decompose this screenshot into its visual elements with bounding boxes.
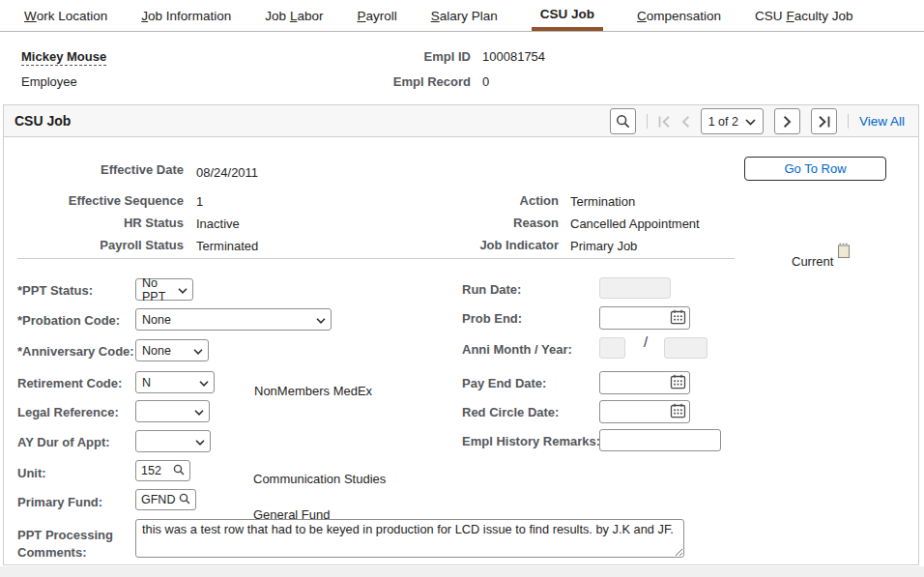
tab-label: ob Information (148, 9, 231, 23)
unit-input[interactable]: 152 (135, 460, 190, 481)
tab-label: alary Plan (440, 9, 498, 23)
tab-job-information[interactable]: Job Information (141, 0, 231, 31)
unit-description: Communication Studies (253, 472, 386, 486)
first-row-icon (658, 116, 671, 128)
anniversary-code-value: None (142, 344, 171, 358)
anniversary-code-select[interactable]: None (135, 339, 209, 361)
lookup-icon[interactable] (179, 493, 190, 507)
tab-csu-job[interactable]: CSU Job (532, 0, 603, 31)
probation-code-value: None (142, 313, 171, 327)
row-position-value: 1 of 2 (708, 115, 738, 129)
effective-sequence-label: Effective Sequence (17, 193, 184, 208)
tab-label: L (290, 9, 298, 23)
run-date-label: Run Date: (462, 282, 521, 297)
red-circle-date-label: Red Circle Date: (462, 405, 559, 419)
action-value: Termination (570, 194, 635, 209)
reason-value: Cancelled Appointment (570, 216, 700, 231)
tab-label: S (431, 9, 440, 23)
unit-value: 152 (141, 464, 161, 477)
legal-reference-select[interactable] (135, 400, 210, 422)
calendar-icon[interactable] (670, 309, 686, 328)
ppt-status-value: No PPT (142, 276, 178, 303)
page-bottom-strip (0, 566, 924, 577)
tab-label: abor (297, 9, 323, 23)
reason-label: Reason (462, 216, 559, 230)
pay-end-date-label: Pay End Date: (462, 376, 546, 390)
action-label: Action (462, 193, 559, 208)
empl-history-remarks-label: Empl History Remarks: (462, 434, 600, 448)
empl-id-label: Empl ID (367, 49, 471, 64)
row-position-select[interactable]: 1 of 2 (701, 108, 764, 134)
anni-month-year-label: Anni Month / Year: (462, 342, 572, 357)
payroll-status-value: Terminated (196, 239, 258, 253)
probation-code-select[interactable]: None (135, 308, 332, 331)
tab-label: ayroll (365, 9, 396, 23)
employee-name-link[interactable]: Mickey Mouse (21, 49, 106, 66)
empl-record-label: Empl Record (367, 74, 471, 89)
effective-date-value: 08/24/2011 (196, 165, 258, 180)
lookup-icon[interactable] (173, 464, 185, 478)
chevron-down-icon (178, 283, 188, 297)
probation-code-label: *Probation Code: (17, 313, 120, 328)
retirement-code-select[interactable]: N (135, 371, 215, 393)
anniversary-code-label: *Anniversary Code: (17, 344, 134, 359)
ppt-processing-comments-textarea[interactable]: this was a test row that had to be keyed… (135, 519, 684, 558)
tab-label: CSU Job (540, 7, 594, 21)
empl-history-remarks-input[interactable] (599, 429, 721, 451)
chevron-down-icon (194, 405, 204, 418)
tab-payroll[interactable]: Payroll (357, 0, 396, 31)
tab-label: aculty Job (794, 9, 853, 23)
primary-fund-input[interactable]: GFND (135, 489, 196, 510)
primary-fund-label: Primary Fund: (17, 495, 102, 509)
hr-status-value: Inactive (196, 216, 240, 231)
tab-label: F (786, 9, 794, 23)
last-row-button[interactable] (811, 108, 837, 134)
unit-label: Unit: (17, 466, 46, 480)
chevron-down-icon (195, 435, 205, 448)
tab-label: W (24, 9, 37, 23)
payroll-status-label: Payroll Status (17, 238, 184, 252)
prob-end-input[interactable] (599, 306, 690, 330)
hr-status-label: HR Status (17, 216, 184, 230)
ppt-status-select[interactable]: No PPT (135, 278, 193, 301)
tab-work-location[interactable]: Work Location (24, 0, 107, 31)
section-header: CSU Job 1 of 2 (4, 105, 918, 137)
ppt-status-label: *PPT Status: (17, 283, 93, 298)
prob-end-label: Prob End: (462, 311, 522, 326)
tab-label: ork Location (37, 9, 108, 23)
calendar-icon[interactable] (670, 403, 686, 421)
calendar-icon[interactable] (670, 374, 686, 392)
anni-year-input (664, 337, 707, 359)
tab-label: CSU (755, 9, 786, 23)
last-row-icon (818, 116, 830, 128)
anni-month-input (599, 337, 625, 359)
pager-divider (848, 114, 849, 129)
effective-date-label: Effective Date (17, 162, 184, 177)
tab-job-labor[interactable]: Job Labor (265, 0, 323, 31)
view-all-link[interactable]: View All (859, 114, 905, 129)
row-pager: 1 of 2 View All (610, 108, 905, 134)
tab-compensation[interactable]: Compensation (637, 0, 721, 31)
tab-label: ompensation (647, 9, 721, 23)
tab-csu-faculty-job[interactable]: CSU Faculty Job (755, 0, 852, 31)
chevron-down-icon (193, 344, 203, 358)
tab-label: J (141, 9, 148, 23)
red-circle-date-input[interactable] (599, 400, 690, 423)
job-indicator-value: Primary Job (570, 239, 637, 253)
chevron-down-icon (199, 376, 209, 389)
run-date-input (599, 277, 671, 299)
legal-reference-label: Legal Reference: (17, 405, 119, 419)
tab-salary-plan[interactable]: Salary Plan (431, 0, 498, 31)
next-row-button[interactable] (774, 108, 800, 134)
pay-end-date-input[interactable] (599, 371, 690, 394)
search-button[interactable] (610, 108, 636, 134)
ay-dur-of-appt-select[interactable] (135, 430, 211, 452)
empl-record-value: 0 (482, 74, 489, 89)
previous-row-icon (681, 116, 690, 128)
next-row-icon (783, 116, 792, 128)
retirement-code-value: N (142, 376, 151, 389)
note-icon[interactable] (837, 243, 851, 262)
go-to-row-button[interactable]: Go To Row (744, 157, 886, 181)
tab-label: Job (265, 9, 290, 23)
tab-label: C (637, 9, 647, 23)
